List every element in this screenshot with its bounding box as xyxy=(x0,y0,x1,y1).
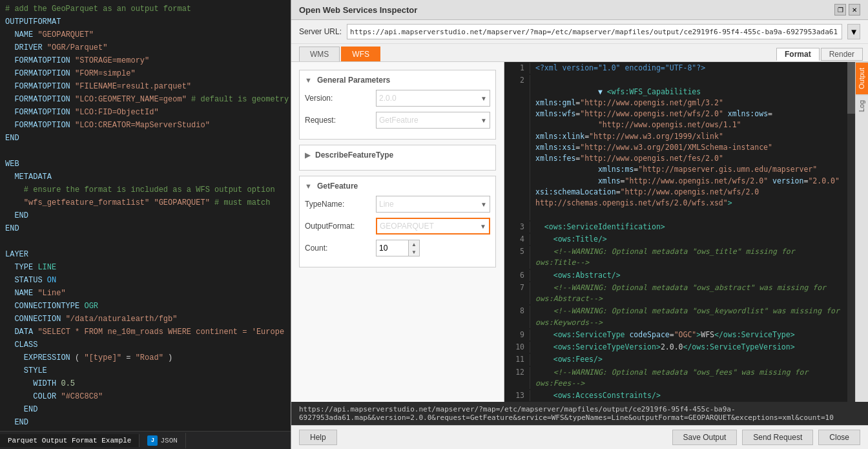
code-line: LAYER xyxy=(0,248,291,261)
code-editor: # add the GeoParquet as an output format… xyxy=(0,0,291,449)
general-params-section: ▼ General Parameters Version: 2.0.0 ▼ Re… xyxy=(299,70,496,140)
code-line: # add the GeoParquet as an output format xyxy=(0,3,291,16)
code-line: END xyxy=(0,416,291,429)
code-line: OUTPUTFORMAT xyxy=(0,16,291,28)
code-line: FORMATOPTION "LCO:GEOMETRY_NAME=geom" # … xyxy=(0,93,291,106)
code-line: FORMATOPTION "STORAGE=memory" xyxy=(0,54,291,67)
code-line: METADATA xyxy=(0,171,291,183)
xml-viewer: 1 <?xml version="1.0" encoding="UTF-8"?>… xyxy=(504,62,855,402)
version-dropdown-arrow: ▼ xyxy=(480,95,487,102)
vtab-log[interactable]: Log xyxy=(856,94,868,117)
code-line xyxy=(0,145,291,158)
code-line: CONNECTIONTYPE OGR xyxy=(0,300,291,313)
code-line: FORMATOPTION "LCO:FID=ObjectId" xyxy=(0,106,291,119)
ows-inspector-panel: Open Web Services Inspector ❐ ✕ Server U… xyxy=(291,0,868,449)
request-dropdown-arrow: ▼ xyxy=(480,117,487,124)
count-input[interactable] xyxy=(377,240,409,256)
outputformat-row: OutputFormat: GEOPARQUET ▼ xyxy=(305,218,490,235)
close-window-button[interactable]: ✕ xyxy=(849,4,860,16)
count-control: ▲ ▼ xyxy=(376,240,420,256)
get-feature-section: ▼ GetFeature TypeName: Line ▼ OutputForm… xyxy=(299,176,496,267)
code-line: TYPE LINE xyxy=(0,261,291,274)
code-line: DATA "SELECT * FROM ne_10m_roads WHERE c… xyxy=(0,326,291,339)
save-output-button[interactable]: Save Output xyxy=(672,430,738,445)
ows-header: Open Web Services Inspector ❐ ✕ xyxy=(291,0,868,20)
code-line: CLASS xyxy=(0,339,291,351)
request-label: Request: xyxy=(305,116,376,125)
general-params-header: ▼ General Parameters xyxy=(305,76,490,85)
xml-line-12: 12 <!--WARNING: Optional metadata "ows_f… xyxy=(504,366,855,390)
tab-wms[interactable]: WMS xyxy=(299,47,340,61)
xml-scrollbar[interactable] xyxy=(847,62,855,402)
xml-line-13: 13 <ows:AccessConstraints/> xyxy=(504,390,855,402)
close-button[interactable]: Close xyxy=(818,430,860,445)
code-line: WEB xyxy=(0,158,291,171)
version-row: Version: 2.0.0 ▼ xyxy=(305,90,490,107)
xml-line-8: 8 <!--WARNING: Optional metadata "ows_ke… xyxy=(504,305,855,329)
code-line: END xyxy=(0,132,291,145)
version-select[interactable]: 2.0.0 ▼ xyxy=(376,90,490,107)
xml-line-7: 7 <!--WARNING: Optional metadata "ows_ab… xyxy=(504,282,855,306)
code-line: DRIVER "OGR/Parquet" xyxy=(0,41,291,54)
outputformat-select[interactable]: GEOPARQUET ▼ xyxy=(376,218,490,235)
xml-line-5: 5 <!--WARNING: Optional metadata "ows_ti… xyxy=(504,245,855,269)
xml-line-6: 6 <ows:Abstract/> xyxy=(504,269,855,282)
code-line: # ensure the format is included as a WFS… xyxy=(0,183,291,196)
bottom-tab-bar: Parquet Output Format Example J JSON xyxy=(0,431,291,449)
count-increment[interactable]: ▲ xyxy=(409,240,419,248)
code-line: NAME "Line" xyxy=(0,287,291,300)
tab-parquet-example[interactable]: Parquet Output Format Example xyxy=(0,434,140,447)
code-line: "wfs_getfeature_formatlist" "GEOPARQUET"… xyxy=(0,196,291,209)
form-panel: ▼ General Parameters Version: 2.0.0 ▼ Re… xyxy=(291,62,504,402)
ows-title: Open Web Services Inspector xyxy=(299,5,417,15)
help-button[interactable]: Help xyxy=(299,430,337,445)
code-line: COLOR "#C8C8C8" xyxy=(0,390,291,403)
tab-wfs[interactable]: WFS xyxy=(341,47,380,61)
vtab-output[interactable]: Output xyxy=(856,62,868,94)
request-row: Request: GetFeature ▼ xyxy=(305,112,490,129)
code-line: FORMATOPTION "FORM=simple" xyxy=(0,67,291,80)
tab-render[interactable]: Render xyxy=(821,48,863,61)
outputformat-label: OutputFormat: xyxy=(305,222,376,231)
typename-row: TypeName: Line ▼ xyxy=(305,196,490,213)
server-url-label: Server URL: xyxy=(299,27,342,36)
code-line: EXPRESSION ( "[type]" = "Road" ) xyxy=(0,351,291,364)
xml-scrollbar-thumb[interactable] xyxy=(847,62,855,114)
xml-line-1: 1 <?xml version="1.0" encoding="UTF-8"?> xyxy=(504,62,855,74)
describe-feature-type-section: ▶ DescribeFeatureType xyxy=(299,145,496,171)
typename-select[interactable]: Line ▼ xyxy=(376,196,490,213)
count-row: Count: ▲ ▼ xyxy=(305,240,490,256)
count-decrement[interactable]: ▼ xyxy=(409,248,419,256)
ows-url-display: https://api.mapserverstudio.net/mapserve… xyxy=(291,402,868,425)
server-url-bar: Server URL: ▼ xyxy=(291,20,868,44)
request-select[interactable]: GetFeature ▼ xyxy=(376,112,490,129)
code-line: FORMATOPTION "FILENAME=result.parquet" xyxy=(0,80,291,93)
typename-label: TypeName: xyxy=(305,200,376,209)
format-render-tab-bar: Format Render xyxy=(771,44,868,61)
version-label: Version: xyxy=(305,94,376,103)
code-line: STATUS ON xyxy=(0,274,291,287)
url-dropdown-button[interactable]: ▼ xyxy=(847,24,860,39)
outputformat-dropdown-arrow: ▼ xyxy=(480,223,486,230)
ows-content-area: ▼ General Parameters Version: 2.0.0 ▼ Re… xyxy=(291,62,868,402)
vertical-tab-bar: Output Log xyxy=(855,62,868,402)
restore-button[interactable]: ❐ xyxy=(834,4,846,16)
code-line: FORMATOPTION "LCO:CREATOR=MapServerStudi… xyxy=(0,119,291,132)
server-url-input[interactable] xyxy=(347,24,842,39)
send-request-button[interactable]: Send Request xyxy=(742,430,813,445)
tab-json[interactable]: J JSON xyxy=(140,433,185,448)
code-line: WIDTH 0.5 xyxy=(0,377,291,390)
json-icon: J xyxy=(147,435,158,446)
code-line: END xyxy=(0,403,291,416)
tab-format[interactable]: Format xyxy=(776,48,820,61)
code-line: STYLE xyxy=(0,364,291,377)
xml-line-9: 9 <ows:ServiceType codeSpace="OGC">WFS</… xyxy=(504,329,855,341)
code-line: NAME "GEOPARQUET" xyxy=(0,28,291,41)
code-line: END xyxy=(0,222,291,235)
xml-line-2: 2 ▼ <wfs:WFS_Capabilities xmlns:gml="htt… xyxy=(504,74,855,220)
get-feature-header: ▼ GetFeature xyxy=(305,182,490,191)
describe-feature-type-header: ▶ DescribeFeatureType xyxy=(305,151,490,160)
count-label: Count: xyxy=(305,244,376,253)
typename-dropdown-arrow: ▼ xyxy=(480,201,487,208)
ows-window-controls: ❐ ✕ xyxy=(834,4,860,16)
